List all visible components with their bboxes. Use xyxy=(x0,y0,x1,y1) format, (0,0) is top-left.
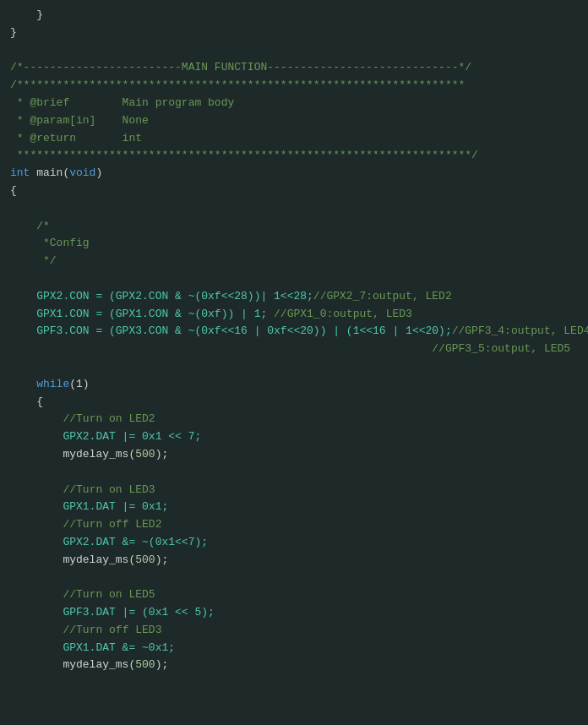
code-line-28: //Turn on LED3 xyxy=(0,482,588,499)
code-line-13: /* xyxy=(0,218,588,236)
code-line-2: } xyxy=(0,25,588,42)
code-line-14: *Config xyxy=(0,235,588,253)
code-line-6: * @brief Main program body xyxy=(0,95,588,112)
code-line-3 xyxy=(0,42,588,60)
code-line-8: * @return int xyxy=(0,130,588,148)
code-line-37: GPX1.DAT &= ~0x1; xyxy=(0,640,588,657)
code-line-36: //Turn off LED3 xyxy=(0,622,588,640)
code-line-21 xyxy=(0,358,588,376)
code-line-30: //Turn off LED2 xyxy=(0,516,588,534)
code-line-25: GPX2.DAT |= 0x1 << 7; xyxy=(0,428,588,446)
code-line-1: } xyxy=(0,7,588,25)
code-line-9: ****************************************… xyxy=(0,147,588,165)
code-line-35: GPF3.DAT |= (0x1 << 5); xyxy=(0,604,588,622)
code-line-33 xyxy=(0,570,588,587)
code-line-38: mydelay_ms(500); xyxy=(0,657,588,674)
code-line-17: GPX2.CON = (GPX2.CON & ~(0xf<<28))| 1<<2… xyxy=(0,288,588,306)
code-line-18: GPX1.CON = (GPX1.CON & ~(0xf)) | 1; //GP… xyxy=(0,306,588,324)
code-line-16 xyxy=(0,270,588,288)
code-line-10: int main(void) xyxy=(0,165,588,183)
code-line-23: { xyxy=(0,394,588,412)
code-line-7: * @param[in] None xyxy=(0,112,588,130)
code-line-11: { xyxy=(0,183,588,200)
code-line-24: //Turn on LED2 xyxy=(0,411,588,428)
code-editor: } } /*------------------------MAIN FUNCT… xyxy=(0,0,588,681)
code-line-31: GPX2.DAT &= ~(0x1<<7); xyxy=(0,534,588,552)
code-line-15: */ xyxy=(0,253,588,270)
code-line-20: //GPF3_5:output, LED5 xyxy=(0,341,588,358)
code-line-4: /*------------------------MAIN FUNCTION-… xyxy=(0,59,588,77)
code-line-22: while(1) xyxy=(0,376,588,394)
code-line-34: //Turn on LED5 xyxy=(0,586,588,604)
code-line-32: mydelay_ms(500); xyxy=(0,552,588,570)
code-line-5: /***************************************… xyxy=(0,77,588,95)
code-line-29: GPX1.DAT |= 0x1; xyxy=(0,499,588,516)
code-line-12 xyxy=(0,200,588,218)
code-line-19: GPF3.CON = (GPX3.CON & ~(0xf<<16 | 0xf<<… xyxy=(0,323,588,341)
code-line-26: mydelay_ms(500); xyxy=(0,446,588,464)
code-line-27 xyxy=(0,464,588,482)
